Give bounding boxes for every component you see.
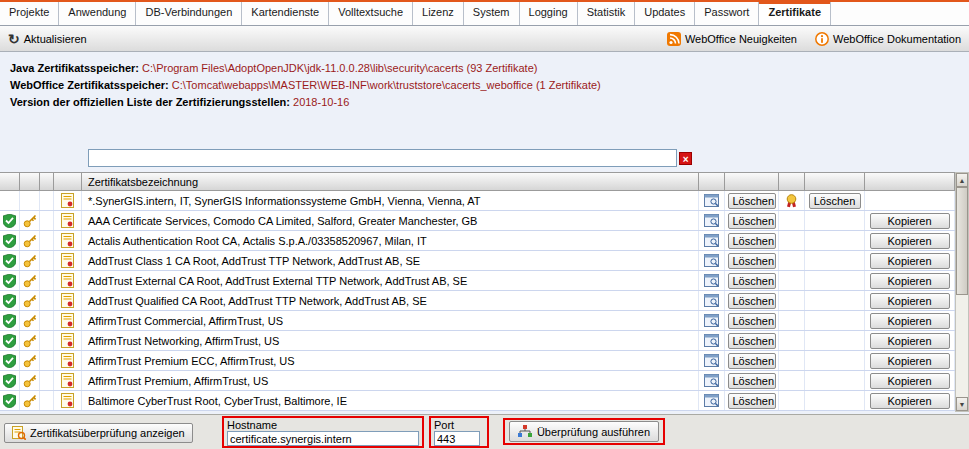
key-icon <box>23 374 37 388</box>
tab-lizenz[interactable]: Lizenz <box>413 2 464 25</box>
scrollbar-thumb[interactable] <box>956 187 968 295</box>
clear-search-icon[interactable]: × <box>679 152 692 165</box>
refresh-button[interactable]: ↻ Aktualisieren <box>8 33 87 45</box>
delete-button[interactable]: Löschen <box>728 373 776 389</box>
annotation-run-check-box: Überprüfung ausführen <box>503 418 665 445</box>
certificate-name: AddTrust External CA Root, AddTrust Exte… <box>82 271 699 290</box>
show-certificate-icon[interactable] <box>704 394 719 407</box>
tab-anwendung[interactable]: Anwendung <box>59 2 136 25</box>
show-certificate-icon[interactable] <box>704 334 719 347</box>
annotation-port-box: Port <box>429 416 489 448</box>
certificate-name: AffirmTrust Premium ECC, AffirmTrust, US <box>82 351 699 370</box>
scroll-up-icon: ▲ <box>959 177 966 184</box>
search-input[interactable] <box>88 149 677 167</box>
header-view-col <box>699 173 725 190</box>
header-certificate-name: Zertifikatsbezeichnung <box>82 173 699 190</box>
ca-list-version-label: Version der offiziellen Liste der Zertif… <box>10 96 290 108</box>
scroll-down-button[interactable]: ▼ <box>956 397 968 411</box>
annotation-hostname-box: Hostname <box>222 416 424 448</box>
table-row: AddTrust Class 1 CA Root, AddTrust TTP N… <box>0 251 955 271</box>
scroll-up-button[interactable]: ▲ <box>956 173 968 187</box>
copy-button[interactable]: Kopieren <box>870 353 950 369</box>
copy-button[interactable]: Kopieren <box>870 253 950 269</box>
tab-statistik[interactable]: Statistik <box>578 2 636 25</box>
certificate-icon <box>61 253 74 268</box>
copy-button[interactable]: Kopieren <box>870 313 950 329</box>
copy-button[interactable]: Kopieren <box>870 273 950 289</box>
show-certificate-icon[interactable] <box>704 194 719 207</box>
scrollbar-track[interactable] <box>956 187 968 397</box>
certificate-icon <box>61 373 74 388</box>
show-certificate-check-label: Zertifikatsüberprüfung anzeigen <box>30 427 185 439</box>
header-gap-col <box>40 173 54 190</box>
run-check-button[interactable]: Überprüfung ausführen <box>509 421 659 442</box>
delete-key-button[interactable]: Löschen <box>809 193 861 209</box>
cert-table-body: *.SynerGIS.intern, IT, SynerGIS Informat… <box>0 191 955 411</box>
show-certificate-icon[interactable] <box>704 354 719 367</box>
certificate-icon <box>61 353 74 368</box>
vertical-scrollbar[interactable]: ▲ ▼ <box>955 172 969 412</box>
trusted-shield-icon <box>3 254 16 268</box>
show-certificate-icon[interactable] <box>704 374 719 387</box>
show-certificate-icon[interactable] <box>704 234 719 247</box>
tab-system[interactable]: System <box>464 2 520 25</box>
delete-button[interactable]: Löschen <box>728 213 776 229</box>
port-label: Port <box>434 419 484 431</box>
java-store-label: Java Zertifikatsspeicher: <box>10 62 139 74</box>
tab-kartendienste[interactable]: Kartendienste <box>242 2 329 25</box>
show-certificate-icon[interactable] <box>704 254 719 267</box>
weboffice-admin-page: ProjekteAnwendungDB-VerbindungenKartendi… <box>0 0 969 449</box>
delete-button[interactable]: Löschen <box>728 193 776 209</box>
delete-button[interactable]: Löschen <box>728 273 776 289</box>
tab-zertifikate[interactable]: Zertifikate <box>759 2 831 25</box>
tab-updates[interactable]: Updates <box>635 2 695 25</box>
copy-button[interactable]: Kopieren <box>870 293 950 309</box>
documentation-link[interactable]: WebOffice Dokumentation <box>815 32 961 46</box>
run-check-label: Überprüfung ausführen <box>537 426 650 438</box>
key-icon <box>23 234 37 248</box>
delete-button[interactable]: Löschen <box>728 353 776 369</box>
delete-button[interactable]: Löschen <box>728 253 776 269</box>
certificate-check-panel: Zertifikatsüberprüfung anzeigen Hostname… <box>0 414 969 449</box>
table-row: AddTrust External CA Root, AddTrust Exte… <box>0 271 955 291</box>
show-certificate-icon[interactable] <box>704 314 719 327</box>
certificate-filter: × <box>88 149 692 167</box>
key-icon <box>23 354 37 368</box>
copy-button[interactable]: Kopieren <box>870 373 950 389</box>
tab-passwort[interactable]: Passwort <box>695 2 759 25</box>
tab-logging[interactable]: Logging <box>520 2 578 25</box>
copy-button[interactable]: Kopieren <box>870 393 950 409</box>
news-label: WebOffice Neuigkeiten <box>685 33 797 45</box>
weboffice-store-value: C:\Tomcat\webapps\MASTER\WEB-INF\work\tr… <box>172 79 601 91</box>
port-input[interactable] <box>434 431 480 446</box>
delete-button[interactable]: Löschen <box>728 333 776 349</box>
delete-button[interactable]: Löschen <box>728 313 776 329</box>
show-certificate-icon[interactable] <box>704 274 719 287</box>
hostname-input[interactable] <box>227 431 419 446</box>
key-icon <box>23 274 37 288</box>
tab-volltextsuche[interactable]: Volltextsuche <box>329 2 413 25</box>
tab-db-verbindungen[interactable]: DB-Verbindungen <box>136 2 242 25</box>
key-icon <box>23 254 37 268</box>
certificate-icon <box>61 273 74 288</box>
copy-button[interactable]: Kopieren <box>870 213 950 229</box>
certificate-name: *.SynerGIS.intern, IT, SynerGIS Informat… <box>82 191 699 210</box>
certificate-check-icon <box>12 426 26 440</box>
delete-button[interactable]: Löschen <box>728 393 776 409</box>
copy-button[interactable]: Kopieren <box>870 233 950 249</box>
documentation-label: WebOffice Dokumentation <box>833 33 961 45</box>
show-certificate-icon[interactable] <box>704 214 719 227</box>
certificate-name: AffirmTrust Commercial, AffirmTrust, US <box>82 311 699 330</box>
tab-projekte[interactable]: Projekte <box>0 2 59 25</box>
show-certificate-icon[interactable] <box>704 294 719 307</box>
refresh-icon: ↻ <box>8 33 20 45</box>
copy-button[interactable]: Kopieren <box>870 333 950 349</box>
delete-button[interactable]: Löschen <box>728 233 776 249</box>
table-row: AAA Certificate Services, Comodo CA Limi… <box>0 211 955 231</box>
news-link[interactable]: WebOffice Neuigkeiten <box>667 32 797 46</box>
show-certificate-check-button[interactable]: Zertifikatsüberprüfung anzeigen <box>4 423 193 443</box>
delete-button[interactable]: Löschen <box>728 293 776 309</box>
info-icon <box>815 32 829 46</box>
certificate-name: AffirmTrust Premium, AffirmTrust, US <box>82 371 699 390</box>
trusted-shield-icon <box>3 214 16 228</box>
